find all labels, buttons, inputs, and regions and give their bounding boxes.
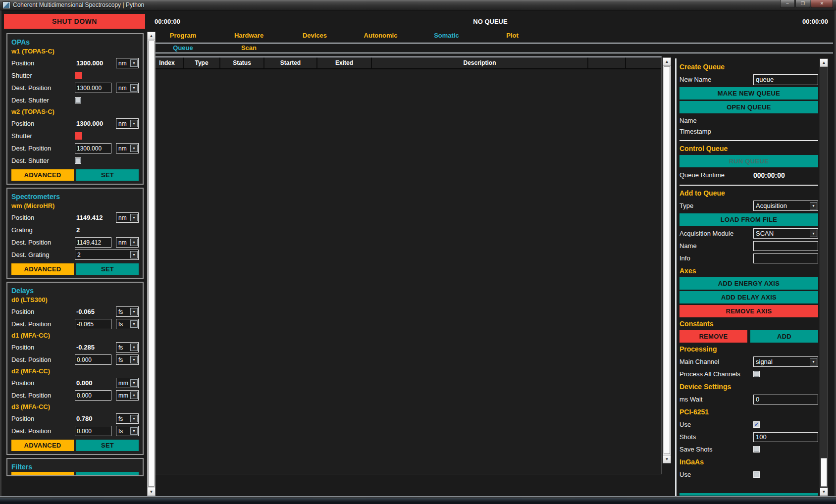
load-from-file-button[interactable]: LOAD FROM FILE (679, 213, 818, 226)
delays-set-button[interactable]: SET (76, 440, 139, 451)
d3-position-unit-select[interactable]: fs ▼ (116, 413, 139, 424)
scroll-down-icon[interactable]: ▼ (663, 455, 671, 463)
acquisition-name-input[interactable] (753, 241, 818, 251)
chevron-down-icon[interactable]: ▼ (130, 59, 138, 67)
main-channel-select[interactable]: signal ▼ (753, 356, 818, 367)
tab-devices[interactable]: Devices (282, 30, 348, 42)
w1-dest-unit-select[interactable]: nm ▼ (116, 83, 139, 93)
queue-panel-scrollbar[interactable]: ▲ ▼ (820, 58, 828, 496)
tab-scan[interactable]: Scan (216, 44, 282, 52)
d3-dest-unit-select[interactable]: fs ▼ (116, 426, 139, 436)
wm-dest-position-input[interactable] (75, 237, 111, 248)
chevron-down-icon[interactable]: ▼ (130, 145, 138, 152)
w2-position-unit-select[interactable]: nm ▼ (116, 118, 139, 129)
chevron-down-icon[interactable]: ▼ (130, 379, 138, 387)
wm-dest-unit-select[interactable]: nm ▼ (116, 237, 139, 248)
d0-position-unit-select[interactable]: fs ▼ (116, 306, 139, 317)
column-index[interactable]: Index (151, 57, 184, 68)
shut-down-button[interactable]: SHUT DOWN (4, 14, 145, 29)
spectrometers-set-button[interactable]: SET (76, 263, 139, 275)
scroll-down-icon[interactable]: ▼ (820, 488, 828, 496)
run-queue-button[interactable]: RUN QUEUE (679, 155, 818, 167)
chevron-down-icon[interactable]: ▼ (810, 230, 817, 237)
hardware-panel-scrollbar[interactable]: ▲ ▼ (147, 32, 156, 496)
filters-advanced-button[interactable] (11, 472, 74, 476)
d1-dest-position-input[interactable] (75, 354, 111, 365)
d2-dest-unit-select[interactable]: mm ▼ (116, 390, 139, 401)
queue-table-scrollbar[interactable]: ▲ ▼ (663, 57, 671, 463)
chevron-down-icon[interactable]: ▼ (130, 320, 138, 328)
chevron-down-icon[interactable]: ▼ (810, 358, 817, 365)
chevron-down-icon[interactable]: ▼ (130, 84, 138, 92)
chevron-down-icon[interactable]: ▼ (130, 356, 138, 363)
w2-dest-position-input[interactable] (75, 143, 111, 153)
d1-dest-unit-select[interactable]: fs ▼ (116, 354, 139, 365)
type-select[interactable]: Acquisition ▼ (753, 201, 818, 211)
d0-dest-position-input[interactable] (75, 319, 111, 329)
tab-queue[interactable]: Queue (150, 44, 216, 52)
make-new-queue-button[interactable]: MAKE NEW QUEUE (679, 87, 818, 100)
scrollbar-thumb[interactable] (664, 66, 670, 454)
wm-dest-grating-select[interactable]: 2 ▼ (75, 250, 139, 260)
chevron-down-icon[interactable]: ▼ (130, 251, 138, 258)
w1-dest-position-input[interactable] (75, 83, 111, 93)
chevron-down-icon[interactable]: ▼ (130, 344, 138, 351)
process-all-channels-checkbox[interactable] (753, 371, 760, 377)
scroll-down-icon[interactable]: ▼ (148, 488, 155, 496)
tab-hardware[interactable]: Hardware (216, 30, 282, 42)
tab-somatic[interactable]: Somatic (414, 30, 479, 42)
add-energy-axis-button[interactable]: ADD ENERGY AXIS (679, 277, 818, 290)
chevron-down-icon[interactable]: ▼ (130, 415, 138, 422)
w2-dest-shutter-checkbox[interactable] (75, 157, 81, 164)
scrollbar-thumb[interactable] (821, 458, 827, 487)
new-name-input[interactable] (753, 74, 818, 85)
acquisition-module-select[interactable]: SCAN ▼ (753, 228, 818, 239)
pci-shots-input[interactable] (753, 432, 818, 442)
ingaas-use-checkbox[interactable] (753, 471, 760, 478)
remove-axis-button[interactable]: REMOVE AXIS (679, 305, 818, 317)
add-delay-axis-button[interactable]: ADD DELAY AXIS (679, 291, 818, 303)
column-started[interactable]: Started (264, 57, 317, 68)
w1-position-unit-select[interactable]: nm ▼ (116, 58, 139, 68)
chevron-down-icon[interactable]: ▼ (130, 308, 138, 315)
chevron-down-icon[interactable]: ▼ (130, 392, 138, 399)
column-exited[interactable]: Exited (317, 57, 372, 68)
d1-position-unit-select[interactable]: fs ▼ (116, 342, 139, 353)
scrollbar-thumb[interactable] (148, 41, 155, 487)
minimize-icon[interactable]: – (780, 0, 795, 8)
opas-set-button[interactable]: SET (76, 169, 139, 181)
ms-wait-input[interactable] (753, 395, 818, 404)
delays-advanced-button[interactable]: ADVANCED (11, 440, 74, 451)
chevron-down-icon[interactable]: ▼ (130, 239, 138, 246)
chevron-down-icon[interactable]: ▼ (130, 214, 138, 221)
tab-program[interactable]: Program (150, 30, 216, 42)
scroll-up-icon[interactable]: ▲ (148, 32, 155, 40)
column-type[interactable]: Type (184, 57, 220, 68)
column-status[interactable]: Status (220, 57, 264, 68)
tab-autonomic[interactable]: Autonomic (348, 30, 414, 42)
w1-dest-shutter-checkbox[interactable] (75, 97, 81, 103)
add-constant-button[interactable]: ADD (750, 330, 818, 343)
chevron-down-icon[interactable]: ▼ (130, 427, 138, 435)
d0-dest-unit-select[interactable]: fs ▼ (116, 319, 139, 329)
close-icon[interactable]: ✕ (811, 0, 833, 8)
tab-plot[interactable]: Plot (479, 30, 545, 42)
column-description[interactable]: Description (372, 57, 588, 68)
restore-icon[interactable]: ❐ (795, 0, 810, 8)
d2-position-unit-select[interactable]: mm ▼ (116, 378, 139, 388)
open-queue-button[interactable]: OPEN QUEUE (679, 101, 818, 113)
chevron-down-icon[interactable]: ▼ (130, 120, 138, 127)
acquisition-info-input[interactable] (753, 253, 818, 263)
pci-save-shots-checkbox[interactable] (753, 446, 760, 453)
chevron-down-icon[interactable]: ▼ (810, 202, 817, 209)
d3-dest-position-input[interactable] (75, 426, 111, 436)
wm-position-unit-select[interactable]: nm ▼ (116, 212, 139, 223)
scroll-up-icon[interactable]: ▲ (663, 58, 671, 66)
spectrometers-advanced-button[interactable]: ADVANCED (11, 263, 74, 275)
w2-dest-unit-select[interactable]: nm ▼ (116, 143, 139, 153)
scroll-up-icon[interactable]: ▲ (820, 59, 828, 67)
remove-constant-button[interactable]: REMOVE (679, 330, 747, 343)
pci-use-checkbox[interactable]: ✓ (753, 421, 760, 428)
d2-dest-position-input[interactable] (75, 390, 111, 401)
opas-advanced-button[interactable]: ADVANCED (11, 169, 74, 181)
